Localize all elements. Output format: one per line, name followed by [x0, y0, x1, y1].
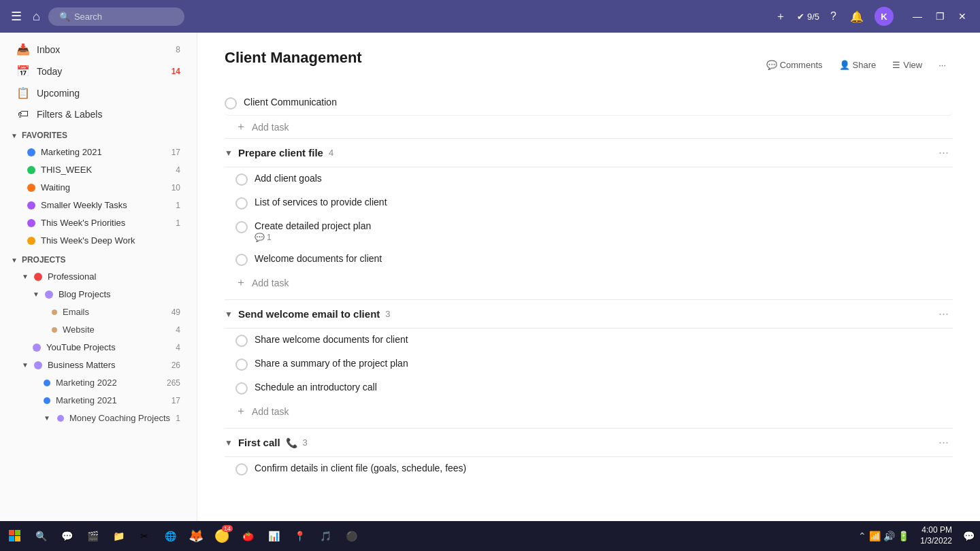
task-checkbox[interactable] — [235, 173, 248, 186]
battery-icon[interactable]: 🔋 — [898, 531, 909, 541]
page-title: Client Management — [225, 49, 362, 67]
share-icon: 👤 — [839, 60, 850, 70]
task-item-client-communication[interactable]: Client Communication — [225, 91, 953, 116]
sidebar-item-youtube[interactable]: YouTube Projects 4 — [5, 339, 191, 356]
restore-button[interactable]: ❐ — [930, 8, 950, 24]
taskbar-app-chat[interactable]: 💬 — [54, 524, 79, 548]
bell-icon[interactable]: 🔔 — [847, 7, 866, 26]
task-checkbox[interactable] — [235, 382, 248, 395]
sidebar-item-priorities[interactable]: This Week's Priorities 1 — [5, 214, 191, 231]
task-checkbox[interactable] — [235, 221, 248, 233]
task-checkbox[interactable] — [225, 97, 237, 110]
sidebar-item-money-coaching[interactable]: ▼ Money Coaching Projects 1 — [5, 410, 191, 427]
taskbar-app-video[interactable]: 🎬 — [80, 524, 105, 548]
sidebar-item-deep-work[interactable]: This Week's Deep Work — [5, 232, 191, 249]
topbar-right: ＋ ✔ 9/5 ? 🔔 K — ❐ ✕ — [772, 7, 972, 27]
taskbar-clock[interactable]: 4:00 PM 1/3/2022 — [915, 525, 958, 546]
task-checkbox[interactable] — [235, 358, 248, 371]
share-button[interactable]: 👤 Share — [832, 56, 883, 73]
section-chevron-icon: ▼ — [225, 438, 233, 448]
taskbar-app-edge[interactable]: 🌐 — [158, 524, 182, 548]
sidebar-item-website[interactable]: Website 4 — [5, 321, 191, 338]
sidebar-item-marketing2021-b[interactable]: Marketing 2021 17 — [5, 392, 191, 409]
sidebar-item-thisweek[interactable]: THIS_WEEK 4 — [5, 161, 191, 178]
start-button[interactable] — [3, 524, 27, 548]
taskbar-app-other[interactable]: ⚫ — [339, 524, 363, 548]
sidebar-item-upcoming[interactable]: 📋 Upcoming — [5, 82, 191, 103]
sidebar-item-smaller-weekly[interactable]: Smaller Weekly Tasks 1 — [5, 197, 191, 214]
task-item[interactable]: Schedule an introductory call — [225, 376, 953, 400]
task-item[interactable]: Share welcome documents for client — [225, 329, 953, 352]
task-item[interactable]: Share a summary of the project plan — [225, 352, 953, 376]
search-input[interactable] — [74, 12, 169, 22]
comments-button[interactable]: 💬 Comments — [760, 56, 830, 73]
chevron-up-icon[interactable]: ⌃ — [858, 531, 866, 541]
sidebar-item-professional[interactable]: ▼ Professional — [5, 268, 191, 285]
task-item[interactable]: Create detailed project plan 💬 1 — [225, 215, 953, 248]
section-more-button[interactable]: ··· — [934, 434, 953, 451]
taskbar-app-spotify[interactable]: 🎵 — [313, 524, 338, 548]
collapse-arrow-icon: ▼ — [33, 290, 39, 298]
sidebar-item-today[interactable]: 📅 Today 14 — [5, 61, 191, 82]
help-icon[interactable]: ? — [828, 7, 839, 25]
topbar: ☰ ⌂ 🔍 ＋ ✔ 9/5 ? 🔔 K — ❐ ✕ — [0, 0, 980, 33]
sidebar-item-blog-projects[interactable]: ▼ Blog Projects — [5, 286, 191, 303]
task-checkbox[interactable] — [235, 254, 248, 266]
collapse-arrow-icon: ▼ — [22, 273, 29, 280]
add-button[interactable]: ＋ — [772, 7, 789, 27]
svg-rect-1 — [15, 530, 20, 535]
add-task-row[interactable]: ＋ Add task — [225, 271, 953, 294]
section-more-button[interactable]: ··· — [934, 305, 953, 322]
taskbar-app-sheets[interactable]: 📊 — [261, 524, 286, 548]
taskbar-app-firefox[interactable]: 🦊 — [184, 524, 208, 548]
color-dot — [57, 415, 64, 422]
task-item[interactable]: Add client goals — [225, 167, 953, 191]
color-dot — [27, 166, 35, 174]
task-content: Add client goals — [255, 173, 953, 184]
close-button[interactable]: ✕ — [953, 8, 972, 24]
add-task-row[interactable]: ＋ Add task — [225, 400, 953, 422]
task-item[interactable]: Confirm details in client file (goals, s… — [225, 457, 953, 481]
taskbar-app-chrome[interactable]: 🟡 14 — [210, 524, 234, 548]
section-header[interactable]: ▼ Send welcome email to client 3 ··· — [225, 300, 953, 328]
sidebar-item-business-matters[interactable]: ▼ Business Matters 26 — [5, 356, 191, 373]
notification-icon[interactable]: 💬 — [960, 531, 977, 541]
comment-count: 💬 1 — [255, 233, 272, 242]
favorites-section[interactable]: ▼ Favorites — [0, 125, 197, 143]
section-more-button[interactable]: ··· — [934, 144, 953, 161]
sidebar-item-marketing2021[interactable]: Marketing 2021 17 — [5, 144, 191, 161]
sidebar-item-waiting[interactable]: Waiting 10 — [5, 179, 191, 196]
sidebar-item-inbox[interactable]: 📥 Inbox 8 — [5, 39, 191, 60]
add-task-row-top[interactable]: ＋ Add task — [225, 116, 953, 138]
task-checkbox[interactable] — [235, 197, 248, 210]
hamburger-icon[interactable]: ☰ — [8, 6, 24, 27]
taskbar-app-maps[interactable]: 📍 — [287, 524, 312, 548]
task-item[interactable]: List of services to provide client — [225, 191, 953, 215]
sidebar-item-filters[interactable]: 🏷 Filters & Labels — [5, 104, 191, 124]
search-box[interactable]: 🔍 — [48, 7, 184, 26]
sidebar-item-emails[interactable]: Emails 49 — [5, 303, 191, 320]
view-button[interactable]: ☰ View — [885, 56, 929, 73]
avatar[interactable]: K — [875, 7, 894, 26]
main-content: Client Management 💬 Comments 👤 Share ☰ V… — [197, 33, 980, 521]
color-dot — [44, 397, 50, 404]
color-dot — [44, 380, 50, 386]
task-checkbox[interactable] — [235, 335, 248, 347]
task-item[interactable]: Welcome documents for client — [225, 248, 953, 271]
wifi-icon[interactable]: 📶 — [869, 531, 881, 541]
search-icon: 🔍 — [59, 12, 70, 22]
taskbar-search-button[interactable]: 🔍 — [29, 524, 53, 548]
task-checkbox[interactable] — [235, 463, 248, 475]
sidebar-item-marketing2022[interactable]: Marketing 2022 265 — [5, 374, 191, 391]
section-header[interactable]: ▼ Prepare client file 4 ··· — [225, 139, 953, 167]
taskbar-app-tools[interactable]: ✂ — [132, 524, 157, 548]
section-header[interactable]: ▼ First call 📞 3 ··· — [225, 429, 953, 456]
volume-icon[interactable]: 🔊 — [883, 531, 895, 541]
projects-section[interactable]: ▼ Projects — [0, 250, 197, 267]
minimize-button[interactable]: — — [907, 8, 928, 24]
taskbar-app-files[interactable]: 📁 — [106, 524, 131, 548]
home-icon[interactable]: ⌂ — [30, 7, 43, 27]
page-header: Client Management 💬 Comments 👤 Share ☰ V… — [225, 49, 953, 80]
taskbar-app-todoist[interactable]: 🍅 — [235, 524, 260, 548]
more-options-button[interactable]: ··· — [932, 56, 953, 73]
